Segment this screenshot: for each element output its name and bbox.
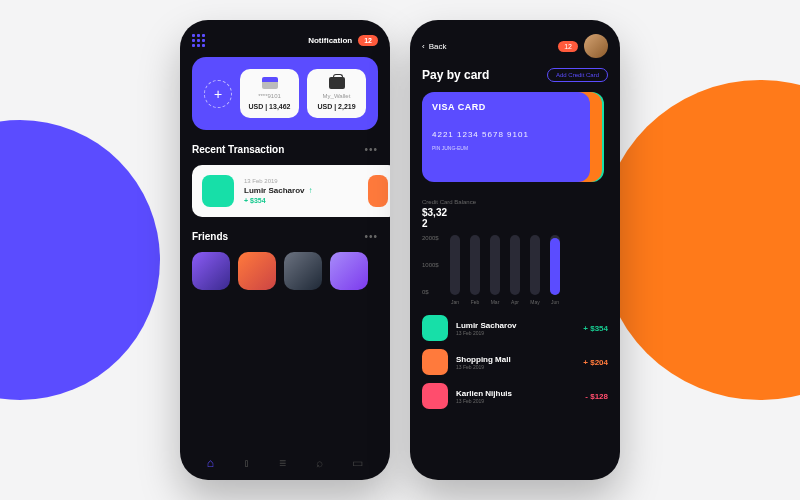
bg-circle-right (600, 80, 800, 400)
chart-bar[interactable] (510, 235, 520, 295)
back-button[interactable]: ‹Back (422, 42, 446, 51)
profile-badge: 12 (558, 41, 578, 52)
wallet-card[interactable]: ****9101 USD | 13,462 (240, 69, 299, 118)
recent-transaction-title: Recent Transaction (192, 144, 284, 155)
x-tick: Mar (490, 299, 500, 305)
add-credit-card-button[interactable]: Add Credit Card (547, 68, 608, 82)
card-value: USD | 13,462 (248, 103, 290, 110)
more-icon[interactable]: ••• (364, 231, 378, 242)
friends-title: Friends (192, 231, 228, 242)
y-tick: 0$ (422, 289, 429, 295)
balance-chart: Credit Card Balance $3,322 2000$ 1000$ 0… (422, 199, 608, 305)
x-tick: May (530, 299, 540, 305)
transaction-date: 13 Feb 2019 (456, 364, 511, 370)
x-tick: Feb (470, 299, 480, 305)
transaction-amount: - $128 (585, 392, 608, 401)
chart-bar[interactable] (550, 235, 560, 295)
transaction-card-next[interactable] (358, 165, 390, 217)
transaction-name: Lumir Sacharov↑ (244, 186, 312, 195)
notification-button[interactable]: Notification 12 (308, 35, 378, 46)
avatar[interactable] (284, 252, 322, 290)
add-card-button[interactable]: + (204, 80, 232, 108)
transaction-amount: + $354 (244, 197, 312, 204)
avatar[interactable] (330, 252, 368, 290)
wallet-cards-area: + ****9101 USD | 13,462 My_Wallet USD | … (192, 57, 378, 130)
transaction-name: Shopping Mall (456, 355, 511, 364)
bg-circle-left (0, 120, 160, 400)
card-icon (262, 77, 278, 89)
arrow-up-icon: ↑ (308, 186, 312, 195)
phone-home: Notification 12 + ****9101 USD | 13,462 … (180, 20, 390, 480)
chart-bar[interactable] (490, 235, 500, 295)
transaction-name: Karlien Nijhuis (456, 389, 512, 398)
transaction-row[interactable]: Karlien Nijhuis13 Feb 2019- $128 (422, 383, 608, 409)
transaction-date: 13 Feb 2019 (456, 330, 516, 336)
card-label: My_Wallet (323, 93, 351, 99)
transaction-row[interactable]: Shopping Mall13 Feb 2019+ $204 (422, 349, 608, 375)
notification-label: Notification (308, 36, 352, 45)
transaction-name: Lumir Sacharov (456, 321, 516, 330)
card-holder: PIN JUNG-EUM (432, 145, 580, 151)
balance-value: $3,322 (422, 207, 452, 229)
nav-wallet-icon[interactable]: ▭ (352, 456, 363, 470)
card-value: USD | 2,219 (317, 103, 355, 110)
transaction-row[interactable]: Lumir Sacharov13 Feb 2019+ $354 (422, 315, 608, 341)
transaction-date: 13 Feb 2019 (244, 178, 312, 184)
notification-badge: 12 (358, 35, 378, 46)
balance-label: Credit Card Balance (422, 199, 608, 205)
page-title: Pay by card (422, 68, 489, 82)
card-brand: VISA CARD (432, 102, 580, 112)
friends-list (192, 252, 378, 290)
wallet-card[interactable]: My_Wallet USD | 2,219 (307, 69, 366, 118)
menu-icon[interactable] (192, 34, 205, 47)
transaction-icon (422, 383, 448, 409)
x-tick: Jan (450, 299, 460, 305)
credit-card-stack[interactable]: VISA CARD 4221 1234 5678 9101 PIN JUNG-E… (422, 92, 608, 187)
transaction-icon (422, 315, 448, 341)
avatar[interactable] (238, 252, 276, 290)
phone-pay: ‹Back 12 Pay by card Add Credit Card VIS… (410, 20, 620, 480)
transaction-list: Lumir Sacharov13 Feb 2019+ $354Shopping … (422, 315, 608, 409)
chart-bar[interactable] (470, 235, 480, 295)
bottom-nav: ⌂ ⫾ ≡ ⌕ ▭ (192, 456, 378, 470)
x-tick: Jun (550, 299, 560, 305)
chart-bar[interactable] (530, 235, 540, 295)
card-label: ****9101 (258, 93, 281, 99)
card-number: 4221 1234 5678 9101 (432, 130, 580, 139)
nav-search-icon[interactable]: ⌕ (316, 456, 323, 470)
transaction-date: 13 Feb 2019 (456, 398, 512, 404)
more-icon[interactable]: ••• (364, 144, 378, 155)
transaction-icon (202, 175, 234, 207)
chart-bar[interactable] (450, 235, 460, 295)
nav-stats-icon[interactable]: ⫾ (244, 456, 250, 470)
transaction-amount: + $204 (583, 358, 608, 367)
wallet-icon (329, 77, 345, 89)
chevron-left-icon: ‹ (422, 42, 425, 51)
avatar[interactable] (584, 34, 608, 58)
avatar[interactable] (192, 252, 230, 290)
transaction-icon (368, 175, 388, 207)
nav-home-icon[interactable]: ⌂ (207, 456, 214, 470)
y-tick: 2000$ (422, 235, 439, 241)
y-tick: 1000$ (422, 262, 439, 268)
nav-list-icon[interactable]: ≡ (279, 456, 286, 470)
transaction-card[interactable]: 13 Feb 2019 Lumir Sacharov↑ + $354 (192, 165, 378, 217)
transaction-amount: + $354 (583, 324, 608, 333)
transaction-icon (422, 349, 448, 375)
x-tick: Apr (510, 299, 520, 305)
